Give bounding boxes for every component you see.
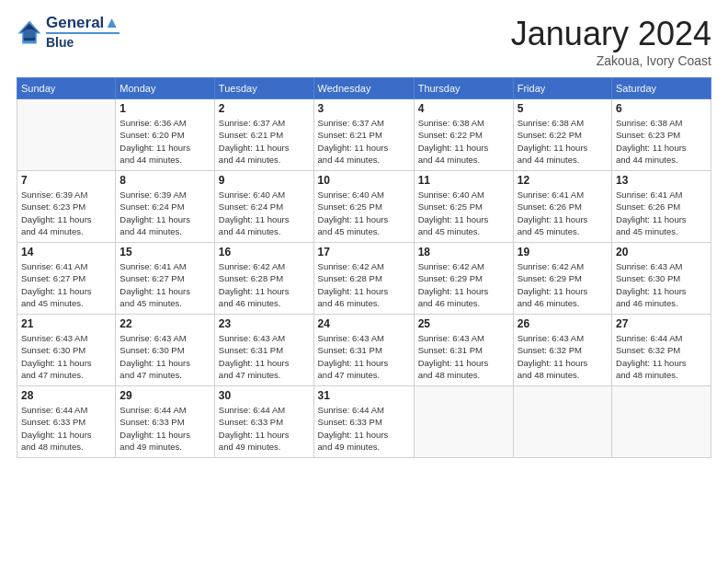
day-info: Sunrise: 6:38 AMSunset: 6:23 PMDaylight:…: [616, 117, 707, 166]
sunset-text: Sunset: 6:21 PM: [318, 129, 410, 141]
calendar-week-row: 28Sunrise: 6:44 AMSunset: 6:33 PMDayligh…: [17, 386, 711, 458]
day-number: 11: [418, 174, 509, 187]
logo: General▲ Blue: [17, 15, 119, 50]
sunset-text: Sunset: 6:28 PM: [219, 272, 310, 284]
sunset-text: Sunset: 6:28 PM: [318, 272, 410, 284]
daylight-text: Daylight: 11 hoursand 44 minutes.: [219, 142, 310, 167]
calendar-cell: 22Sunrise: 6:43 AMSunset: 6:30 PMDayligh…: [116, 315, 215, 386]
day-number: 18: [418, 246, 509, 259]
day-info: Sunrise: 6:41 AMSunset: 6:27 PMDaylight:…: [21, 260, 111, 309]
day-number: 19: [518, 246, 608, 259]
sunrise-text: Sunrise: 6:40 AM: [318, 189, 410, 201]
weekday-header-monday: Monday: [116, 78, 215, 99]
day-number: 24: [318, 317, 410, 330]
header: General▲ Blue January 2024 Zakoua, Ivory…: [17, 15, 711, 68]
day-info: Sunrise: 6:44 AMSunset: 6:33 PMDaylight:…: [219, 404, 310, 453]
daylight-text: Daylight: 11 hoursand 44 minutes.: [219, 213, 310, 238]
day-info: Sunrise: 6:40 AMSunset: 6:24 PMDaylight:…: [219, 189, 310, 237]
sunset-text: Sunset: 6:31 PM: [219, 344, 310, 356]
day-number: 4: [418, 102, 509, 115]
day-number: 28: [21, 389, 111, 402]
day-info: Sunrise: 6:40 AMSunset: 6:25 PMDaylight:…: [318, 189, 410, 237]
sunrise-text: Sunrise: 6:37 AM: [219, 117, 310, 129]
sunset-text: Sunset: 6:29 PM: [518, 272, 608, 284]
day-number: 29: [119, 389, 210, 402]
calendar-cell: 15Sunrise: 6:41 AMSunset: 6:27 PMDayligh…: [116, 243, 215, 315]
day-info: Sunrise: 6:39 AMSunset: 6:23 PMDaylight:…: [21, 189, 111, 237]
daylight-text: Daylight: 11 hoursand 45 minutes.: [318, 213, 410, 238]
calendar-cell: 3Sunrise: 6:37 AMSunset: 6:21 PMDaylight…: [313, 99, 414, 171]
calendar-cell: 25Sunrise: 6:43 AMSunset: 6:31 PMDayligh…: [414, 315, 513, 386]
sunset-text: Sunset: 6:21 PM: [219, 129, 310, 141]
sunrise-text: Sunrise: 6:43 AM: [418, 332, 509, 344]
day-info: Sunrise: 6:43 AMSunset: 6:30 PMDaylight:…: [119, 332, 210, 381]
day-number: 17: [318, 246, 410, 259]
day-info: Sunrise: 6:38 AMSunset: 6:22 PMDaylight:…: [518, 117, 608, 166]
calendar-cell: 7Sunrise: 6:39 AMSunset: 6:23 PMDaylight…: [17, 171, 116, 243]
daylight-text: Daylight: 11 hoursand 48 minutes.: [418, 357, 509, 382]
sunset-text: Sunset: 6:32 PM: [616, 344, 707, 356]
daylight-text: Daylight: 11 hoursand 46 minutes.: [219, 285, 310, 310]
day-number: 25: [418, 317, 509, 330]
daylight-text: Daylight: 11 hoursand 44 minutes.: [119, 142, 210, 167]
calendar-cell: 16Sunrise: 6:42 AMSunset: 6:28 PMDayligh…: [214, 243, 313, 315]
calendar-cell: 29Sunrise: 6:44 AMSunset: 6:33 PMDayligh…: [116, 386, 215, 458]
sunset-text: Sunset: 6:33 PM: [119, 416, 210, 428]
day-number: 2: [219, 102, 310, 115]
month-title: January 2024: [511, 15, 711, 53]
calendar-page: General▲ Blue January 2024 Zakoua, Ivory…: [0, 0, 728, 563]
day-info: Sunrise: 6:41 AMSunset: 6:26 PMDaylight:…: [616, 189, 707, 237]
sunrise-text: Sunrise: 6:39 AM: [119, 189, 210, 201]
day-number: 16: [219, 246, 310, 259]
calendar-cell: 23Sunrise: 6:43 AMSunset: 6:31 PMDayligh…: [214, 315, 313, 386]
sunrise-text: Sunrise: 6:36 AM: [119, 117, 210, 129]
day-info: Sunrise: 6:42 AMSunset: 6:29 PMDaylight:…: [518, 260, 608, 309]
sunrise-text: Sunrise: 6:43 AM: [616, 260, 707, 272]
calendar-cell: 24Sunrise: 6:43 AMSunset: 6:31 PMDayligh…: [313, 315, 414, 386]
sunset-text: Sunset: 6:30 PM: [119, 344, 210, 356]
calendar-week-row: 14Sunrise: 6:41 AMSunset: 6:27 PMDayligh…: [17, 243, 711, 315]
daylight-text: Daylight: 11 hoursand 47 minutes.: [219, 357, 310, 382]
calendar-cell: [612, 386, 711, 458]
day-number: 6: [616, 102, 707, 115]
calendar-cell: 19Sunrise: 6:42 AMSunset: 6:29 PMDayligh…: [513, 243, 611, 315]
calendar-cell: 8Sunrise: 6:39 AMSunset: 6:24 PMDaylight…: [116, 171, 215, 243]
day-number: 23: [219, 317, 310, 330]
day-number: 5: [518, 102, 608, 115]
day-number: 30: [219, 389, 310, 402]
sunrise-text: Sunrise: 6:42 AM: [518, 260, 608, 272]
sunrise-text: Sunrise: 6:40 AM: [418, 189, 509, 201]
daylight-text: Daylight: 11 hoursand 46 minutes.: [418, 285, 509, 310]
daylight-text: Daylight: 11 hoursand 46 minutes.: [518, 285, 608, 310]
sunset-text: Sunset: 6:20 PM: [119, 129, 210, 141]
calendar-cell: 17Sunrise: 6:42 AMSunset: 6:28 PMDayligh…: [313, 243, 414, 315]
calendar-table: SundayMondayTuesdayWednesdayThursdayFrid…: [17, 77, 711, 458]
sunset-text: Sunset: 6:22 PM: [418, 129, 509, 141]
daylight-text: Daylight: 11 hoursand 47 minutes.: [119, 357, 210, 382]
day-info: Sunrise: 6:44 AMSunset: 6:33 PMDaylight:…: [318, 404, 410, 453]
sunset-text: Sunset: 6:30 PM: [616, 272, 707, 284]
sunrise-text: Sunrise: 6:41 AM: [518, 189, 608, 201]
daylight-text: Daylight: 11 hoursand 49 minutes.: [219, 429, 310, 454]
calendar-cell: 1Sunrise: 6:36 AMSunset: 6:20 PMDaylight…: [116, 99, 215, 171]
calendar-cell: 21Sunrise: 6:43 AMSunset: 6:30 PMDayligh…: [17, 315, 116, 386]
sunrise-text: Sunrise: 6:43 AM: [21, 332, 111, 344]
day-number: 15: [119, 246, 210, 259]
calendar-cell: 5Sunrise: 6:38 AMSunset: 6:22 PMDaylight…: [513, 99, 611, 171]
weekday-header-tuesday: Tuesday: [214, 78, 313, 99]
sunset-text: Sunset: 6:32 PM: [518, 344, 608, 356]
sunset-text: Sunset: 6:30 PM: [21, 344, 111, 356]
calendar-week-row: 21Sunrise: 6:43 AMSunset: 6:30 PMDayligh…: [17, 315, 711, 386]
weekday-header-thursday: Thursday: [414, 78, 513, 99]
day-info: Sunrise: 6:37 AMSunset: 6:21 PMDaylight:…: [318, 117, 410, 166]
daylight-text: Daylight: 11 hoursand 45 minutes.: [418, 213, 509, 238]
day-number: 26: [518, 317, 608, 330]
sunrise-text: Sunrise: 6:38 AM: [616, 117, 707, 129]
daylight-text: Daylight: 11 hoursand 48 minutes.: [21, 429, 111, 454]
logo-icon: [17, 19, 42, 45]
title-block: January 2024 Zakoua, Ivory Coast: [511, 15, 711, 68]
sunrise-text: Sunrise: 6:41 AM: [616, 189, 707, 201]
daylight-text: Daylight: 11 hoursand 46 minutes.: [318, 285, 410, 310]
sunrise-text: Sunrise: 6:42 AM: [418, 260, 509, 272]
day-number: 10: [318, 174, 410, 187]
